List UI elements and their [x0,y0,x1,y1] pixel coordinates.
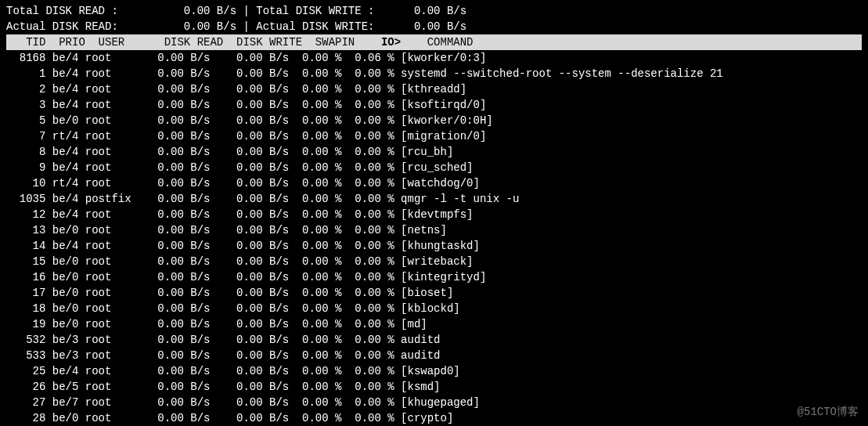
source-watermark: @51CTO博客 [798,404,859,420]
process-row: 2 be/4 root 0.00 B/s 0.00 B/s 0.00 % 0.0… [6,81,862,97]
process-row: 26 be/5 root 0.00 B/s 0.00 B/s 0.00 % 0.… [6,379,862,395]
process-row: 8 be/4 root 0.00 B/s 0.00 B/s 0.00 % 0.0… [6,144,862,160]
summary-total-line: Total DISK READ : 0.00 B/s | Total DISK … [6,3,862,19]
process-row: 19 be/0 root 0.00 B/s 0.00 B/s 0.00 % 0.… [6,316,862,332]
process-row: 7 rt/4 root 0.00 B/s 0.00 B/s 0.00 % 0.0… [6,128,862,144]
summary-actual-line: Actual DISK READ: 0.00 B/s | Actual DISK… [6,19,862,34]
process-row: 5 be/0 root 0.00 B/s 0.00 B/s 0.00 % 0.0… [6,113,862,128]
process-row: 17 be/0 root 0.00 B/s 0.00 B/s 0.00 % 0.… [6,285,862,301]
process-row: 1035 be/4 postfix 0.00 B/s 0.00 B/s 0.00… [6,191,862,207]
process-row: 15 be/0 root 0.00 B/s 0.00 B/s 0.00 % 0.… [6,254,862,269]
process-row: 9 be/4 root 0.00 B/s 0.00 B/s 0.00 % 0.0… [6,160,862,175]
process-row: 532 be/3 root 0.00 B/s 0.00 B/s 0.00 % 0… [6,332,862,348]
process-row: 8168 be/4 root 0.00 B/s 0.00 B/s 0.00 % … [6,50,862,66]
process-row: 16 be/0 root 0.00 B/s 0.00 B/s 0.00 % 0.… [6,269,862,285]
iotop-output: Total DISK READ : 0.00 B/s | Total DISK … [6,3,862,426]
process-row: 10 rt/4 root 0.00 B/s 0.00 B/s 0.00 % 0.… [6,175,862,191]
process-row: 533 be/3 root 0.00 B/s 0.00 B/s 0.00 % 0… [6,348,862,363]
process-row: 14 be/4 root 0.00 B/s 0.00 B/s 0.00 % 0.… [6,238,862,254]
process-row: 13 be/0 root 0.00 B/s 0.00 B/s 0.00 % 0.… [6,222,862,238]
process-row: 28 be/0 root 0.00 B/s 0.00 B/s 0.00 % 0.… [6,410,862,426]
process-row: 25 be/4 root 0.00 B/s 0.00 B/s 0.00 % 0.… [6,363,862,379]
process-row: 27 be/7 root 0.00 B/s 0.00 B/s 0.00 % 0.… [6,395,862,410]
process-row: 1 be/4 root 0.00 B/s 0.00 B/s 0.00 % 0.0… [6,66,862,81]
column-header: TID PRIO USER DISK READ DISK WRITE SWAPI… [6,34,862,50]
process-row: 3 be/4 root 0.00 B/s 0.00 B/s 0.00 % 0.0… [6,97,862,113]
process-row: 12 be/4 root 0.00 B/s 0.00 B/s 0.00 % 0.… [6,207,862,222]
iotop-terminal: { "summary": { "total_read_label": "Tota… [0,0,868,426]
process-row: 18 be/0 root 0.00 B/s 0.00 B/s 0.00 % 0.… [6,301,862,316]
